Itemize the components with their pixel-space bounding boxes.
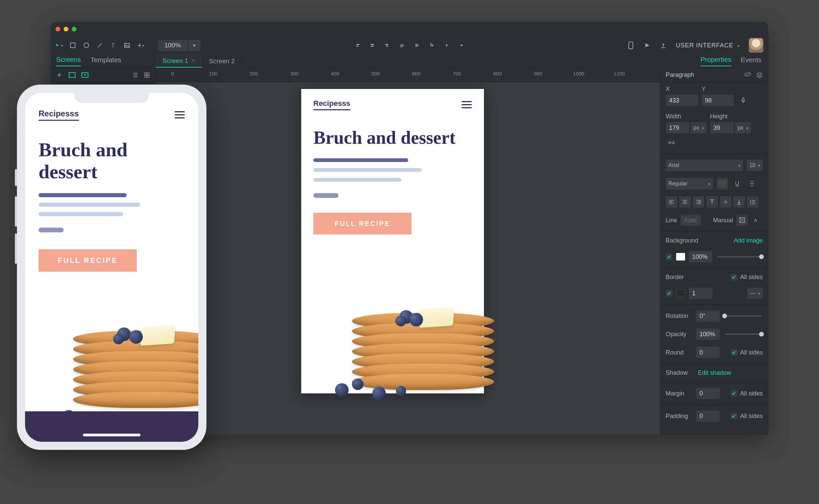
border-width-input[interactable]: [689, 288, 712, 299]
font-size-dropdown[interactable]: 10: [747, 160, 763, 171]
round-input[interactable]: [696, 347, 720, 358]
line-tool-icon[interactable]: [96, 42, 104, 49]
minimize-window-dot[interactable]: [64, 27, 68, 31]
font-color-swatch[interactable]: [716, 178, 728, 189]
padding-input[interactable]: [696, 410, 720, 422]
add-tool-icon[interactable]: [137, 42, 144, 49]
text-case-icon[interactable]: A̲: [751, 214, 763, 226]
bg-color-swatch[interactable]: [676, 253, 685, 261]
tab-templates[interactable]: Templates: [90, 56, 121, 66]
upload-icon[interactable]: [660, 42, 667, 49]
tab-screens[interactable]: Screens: [56, 56, 81, 66]
mockup-cta-button[interactable]: FULL RECIPE: [39, 249, 137, 272]
align-center-v-icon[interactable]: [413, 42, 421, 49]
list-icon[interactable]: [747, 196, 758, 208]
x-input[interactable]: [666, 95, 698, 106]
user-avatar[interactable]: [749, 38, 763, 53]
valign-top-icon[interactable]: [706, 196, 718, 208]
right-panel-tabs: Properties Events: [694, 54, 768, 68]
phone-bottom-bar: [25, 411, 198, 442]
opacity-slider[interactable]: [725, 334, 761, 335]
round-label: Round: [666, 349, 693, 356]
padding-allsides-checkbox[interactable]: ✔: [731, 413, 737, 419]
margin-input[interactable]: [696, 388, 720, 399]
play-icon[interactable]: [643, 42, 651, 49]
valign-bottom-icon[interactable]: [733, 196, 745, 208]
font-weight-dropdown[interactable]: Regular: [666, 178, 713, 189]
line-label: Line: [666, 217, 677, 224]
add-image-link[interactable]: Add image: [734, 237, 763, 244]
device-preview-icon[interactable]: [627, 42, 635, 49]
valign-middle-icon[interactable]: [720, 196, 731, 208]
round-allsides-checkbox[interactable]: ✔: [731, 349, 737, 356]
edit-shadow-link[interactable]: Edit shadow: [698, 369, 731, 376]
rotation-slider[interactable]: [725, 315, 761, 317]
mockup-headline: Bruch and dessert: [313, 127, 472, 148]
canvas-area[interactable]: Recipesss Bruch and dessert FULL RECIPE: [156, 82, 660, 435]
distribute-h-icon[interactable]: [443, 42, 450, 49]
svg-rect-6: [629, 42, 633, 49]
font-family-dropdown[interactable]: Arial: [666, 160, 743, 171]
text-align-center-icon[interactable]: [679, 196, 691, 208]
close-tab-icon[interactable]: ×: [192, 57, 195, 64]
rotation-input[interactable]: [696, 310, 720, 322]
bg-opacity-input[interactable]: [689, 251, 712, 262]
align-center-h-icon[interactable]: [369, 42, 376, 49]
ellipse-tool-icon[interactable]: [83, 42, 90, 49]
border-enable-checkbox[interactable]: ✔: [666, 290, 672, 297]
width-label: Width: [666, 113, 707, 120]
visibility-toggle-icon[interactable]: [744, 72, 751, 78]
maximize-window-dot[interactable]: [72, 27, 76, 31]
align-bottom-icon[interactable]: [428, 42, 436, 49]
margin-allsides-checkbox[interactable]: ✔: [731, 390, 737, 397]
line-auto-input: [681, 214, 701, 226]
align-top-icon[interactable]: [398, 42, 406, 49]
distribute-v-icon[interactable]: [458, 42, 465, 49]
border-style-dropdown[interactable]: —: [747, 288, 763, 299]
border-color-swatch[interactable]: [676, 289, 685, 297]
zoom-value[interactable]: 100%: [158, 40, 187, 51]
pin-icon[interactable]: [737, 95, 749, 106]
width-input[interactable]: [666, 122, 689, 134]
svg-rect-10: [147, 73, 149, 75]
opacity-input[interactable]: [696, 328, 720, 340]
hamburger-menu-icon[interactable]: [175, 111, 185, 118]
import-icon[interactable]: [81, 71, 89, 79]
image-tool-icon[interactable]: [123, 42, 131, 49]
hamburger-menu-icon[interactable]: [462, 101, 472, 108]
height-unit-dropdown[interactable]: px: [735, 122, 751, 134]
y-input[interactable]: [702, 95, 734, 106]
line-box-icon[interactable]: [736, 214, 748, 226]
align-left-icon[interactable]: [354, 42, 361, 49]
new-frame-icon[interactable]: [68, 71, 76, 79]
artboard-screen1[interactable]: Recipesss Bruch and dessert FULL RECIPE: [301, 89, 484, 393]
bg-enable-checkbox[interactable]: ✔: [666, 253, 672, 260]
border-allsides-checkbox[interactable]: ✔: [731, 274, 737, 281]
text-tool-icon[interactable]: T: [110, 42, 117, 49]
tab-properties[interactable]: Properties: [701, 56, 731, 66]
layers-icon[interactable]: [756, 72, 763, 78]
list-view-icon[interactable]: [132, 71, 139, 79]
tab-events[interactable]: Events: [741, 56, 761, 66]
zoom-dropdown-icon[interactable]: ▾: [188, 40, 200, 51]
bg-opacity-slider[interactable]: [717, 256, 761, 257]
doc-tab-screen1[interactable]: Screen 1 ×: [156, 54, 202, 68]
shape-tool-group: T: [56, 42, 144, 49]
top-toolbar: T 100% ▾ USER INTERFACE: [51, 36, 768, 54]
close-window-dot[interactable]: [56, 27, 60, 31]
text-align-right-icon[interactable]: [693, 196, 704, 208]
link-dimensions-icon[interactable]: [666, 137, 677, 148]
height-input[interactable]: [710, 122, 734, 134]
width-unit-dropdown[interactable]: px: [691, 122, 707, 134]
mockup-cta-button[interactable]: FULL RECIPE: [313, 213, 412, 234]
strikethrough-icon[interactable]: [746, 178, 758, 189]
select-tool-icon[interactable]: [56, 42, 63, 49]
rectangle-tool-icon[interactable]: [69, 42, 76, 49]
add-screen-icon[interactable]: [56, 71, 63, 79]
align-right-icon[interactable]: [383, 42, 391, 49]
underline-icon[interactable]: [731, 178, 743, 189]
workspace-mode-dropdown[interactable]: USER INTERFACE: [676, 42, 740, 49]
grid-view-icon[interactable]: [143, 71, 151, 79]
doc-tab-screen2[interactable]: Screen 2: [202, 54, 242, 68]
text-align-left-icon[interactable]: [666, 196, 677, 208]
